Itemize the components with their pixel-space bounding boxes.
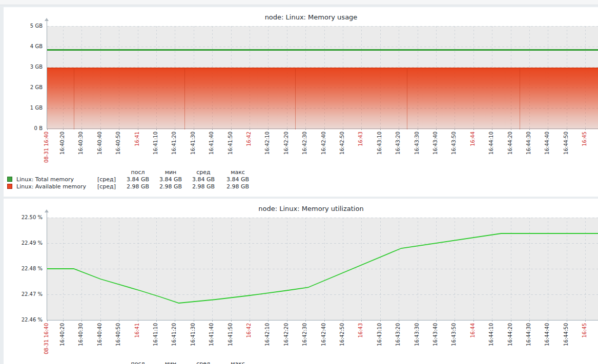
legend-swatch bbox=[7, 184, 12, 189]
x-tick-label: 16:40:40 bbox=[97, 323, 103, 359]
x-tick-label: 16:40:20 bbox=[59, 323, 66, 359]
x-tick-label: 16:44:30 bbox=[526, 323, 532, 359]
x-axis-tick bbox=[548, 320, 548, 322]
x-tick-label: 16:42:30 bbox=[302, 323, 308, 359]
x-tick-label: 16:42:50 bbox=[339, 323, 345, 359]
x-tick-label: 16:43:40 bbox=[432, 132, 439, 167]
x-tick-label: 16:41:20 bbox=[171, 132, 177, 167]
x-axis-tick bbox=[81, 320, 82, 322]
y-tick-label: 22.50 % bbox=[4, 215, 43, 221]
x-axis-tick bbox=[287, 320, 287, 322]
y-tick-label: 1 GB bbox=[4, 105, 43, 111]
x-axis-tick bbox=[418, 320, 418, 322]
legend-series-label: Linux: Total memory bbox=[16, 176, 97, 183]
x-tick-label: 16:40:50 bbox=[115, 323, 121, 359]
zabbix-graphs-page: { "ui": { "colors": { "page_bg": "#e9edf… bbox=[0, 0, 598, 364]
x-tick-label: 08-31 16:40 bbox=[44, 323, 50, 359]
y-tick-label: 2 GB bbox=[4, 84, 43, 91]
x-tick-label: 16:44 bbox=[470, 323, 476, 359]
x-tick-label: 16:40:20 bbox=[59, 132, 66, 167]
x-axis-tick bbox=[268, 320, 269, 322]
x-tick-label: 16:42:40 bbox=[321, 132, 327, 167]
x-tick-label: 16:40:40 bbox=[97, 132, 103, 167]
x-axis-tick bbox=[529, 320, 530, 322]
legend-header: мин bbox=[153, 360, 189, 364]
x-axis-tick bbox=[567, 320, 567, 322]
legend-value: 2.98 GB bbox=[220, 183, 256, 190]
x-tick-label: 16:44:20 bbox=[507, 132, 513, 167]
x-tick-label: 16:44:40 bbox=[544, 323, 550, 359]
x-axis-tick bbox=[194, 320, 194, 322]
x-tick-label: 16:42:10 bbox=[264, 323, 271, 359]
x-axis-tick bbox=[175, 320, 175, 322]
x-tick-label: 16:43 bbox=[358, 323, 364, 359]
x-tick-label: 16:43:30 bbox=[414, 132, 420, 167]
y-tick-label: 4 GB bbox=[4, 44, 43, 50]
x-tick-label: 16:40:50 bbox=[115, 132, 121, 167]
x-tick-label: 16:44:10 bbox=[488, 132, 494, 167]
legend-header: макс bbox=[220, 169, 256, 176]
x-axis-tick bbox=[305, 320, 306, 322]
x-axis-tick bbox=[100, 320, 101, 322]
legend-value: 2.98 GB bbox=[185, 183, 221, 190]
area-value-change-mark bbox=[407, 69, 407, 130]
y-axis-line bbox=[47, 212, 47, 218]
area-value-change-mark bbox=[520, 69, 520, 130]
x-tick-label: 16:41:10 bbox=[153, 132, 159, 167]
legend-value: 3.84 GB bbox=[185, 176, 221, 183]
memory-usage-graph-canvas[interactable] bbox=[47, 26, 598, 129]
memory-utilization-graph-canvas[interactable] bbox=[47, 218, 598, 320]
x-tick-label: 16:43:10 bbox=[377, 323, 383, 359]
y-axis-line bbox=[47, 21, 47, 26]
x-tick-label: 16:41:30 bbox=[190, 132, 196, 167]
legend-value: 2.98 GB bbox=[120, 183, 156, 190]
legend-header: посл bbox=[120, 169, 156, 176]
x-tick-label: 16:41:50 bbox=[228, 132, 234, 167]
x-tick-label: 16:42:50 bbox=[339, 132, 345, 167]
x-axis-tick bbox=[250, 320, 250, 322]
x-tick-label: 16:41:40 bbox=[209, 323, 215, 359]
x-tick-label: 16:43:20 bbox=[395, 323, 401, 359]
x-tick-label: 16:45 bbox=[582, 132, 588, 167]
legend-value: 3.84 GB bbox=[120, 176, 156, 183]
x-tick-label: 16:42 bbox=[246, 323, 252, 359]
chart-title-memory-usage: node: Linux: Memory usage bbox=[4, 13, 598, 21]
x-tick-label: 16:42:20 bbox=[283, 132, 290, 167]
x-axis-tick bbox=[455, 320, 455, 322]
legend-swatch bbox=[7, 177, 12, 182]
area-value-change-mark bbox=[74, 69, 74, 130]
x-axis-tick bbox=[138, 320, 138, 322]
series-available-memory-area bbox=[47, 68, 598, 130]
x-tick-label: 16:44:40 bbox=[544, 132, 550, 167]
x-tick-label: 08-31 16:40 bbox=[44, 132, 50, 167]
series-utilization-line bbox=[47, 218, 598, 320]
y-tick-label: 5 GB bbox=[4, 23, 43, 29]
area-value-change-mark bbox=[184, 69, 185, 130]
x-tick-label: 16:41:50 bbox=[228, 323, 234, 359]
x-tick-label: 16:40:30 bbox=[78, 323, 84, 359]
x-axis-tick bbox=[324, 320, 325, 322]
x-tick-label: 16:41:10 bbox=[153, 323, 159, 359]
legend-series-label: Linux: Available memory bbox=[16, 183, 97, 190]
x-axis-tick bbox=[156, 320, 157, 322]
legend-value: 2.98 GB bbox=[153, 183, 189, 190]
legend-header: посл bbox=[120, 360, 156, 364]
x-tick-label: 16:44 bbox=[470, 132, 476, 167]
x-tick-label: 16:42:20 bbox=[283, 323, 290, 359]
x-tick-label: 16:44:30 bbox=[526, 132, 532, 167]
x-axis-tick bbox=[47, 320, 48, 322]
area-value-change-mark bbox=[295, 69, 296, 130]
browser-top-strip bbox=[0, 0, 598, 5]
x-axis-tick bbox=[399, 320, 399, 322]
x-axis-tick bbox=[231, 320, 232, 322]
legend-value: 3.84 GB bbox=[153, 176, 189, 183]
series-total-memory-line bbox=[47, 49, 598, 51]
h-gridline bbox=[47, 47, 598, 47]
x-axis-tick bbox=[63, 320, 64, 322]
y-tick-label: 22.49 % bbox=[4, 240, 43, 246]
legend-aggregation: [сред] bbox=[97, 183, 120, 190]
memory-utilization-panel: node: Linux: Memory utilization 22.50 %2… bbox=[4, 199, 598, 364]
legend-header: макс bbox=[220, 360, 256, 364]
x-tick-label: 16:40:30 bbox=[78, 132, 84, 167]
x-axis-tick bbox=[380, 320, 381, 322]
